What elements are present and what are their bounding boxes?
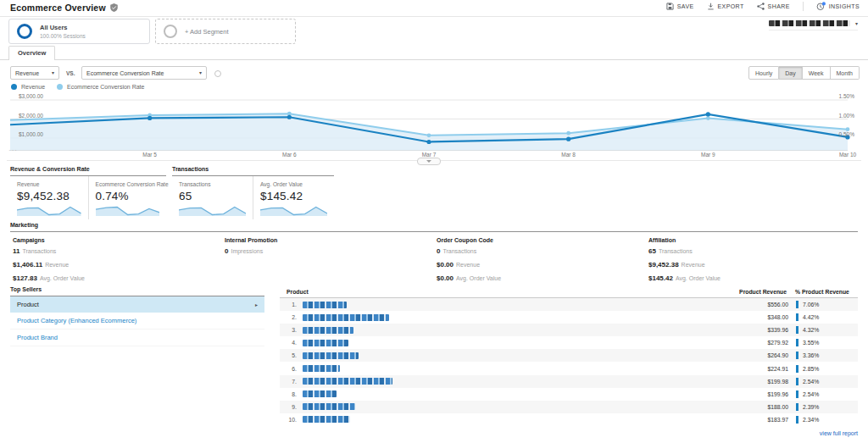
table-row[interactable]: 10. $183.97 2.34% (280, 413, 858, 426)
scorecard-transactions[interactable]: Transactions 65 (172, 176, 253, 219)
marketing-column-title: Order Coupon Code (437, 237, 646, 243)
add-segment-ring-icon (164, 25, 177, 38)
product-pct: 3.36% (803, 352, 851, 358)
granularity-month-button[interactable]: Month (831, 66, 860, 80)
top-sellers-panel: Top Sellers Product ▸ Product Category (… (10, 286, 264, 346)
row-rank: 6. (287, 366, 297, 372)
top-sellers-item-label: Product (17, 301, 39, 308)
segment-all-users[interactable]: All Users 100.00% Sessions (8, 19, 150, 44)
metric-line: $9,452.38Revenue (648, 261, 858, 269)
product-name-redacted[interactable] (303, 340, 348, 346)
table-row[interactable]: 3. $339.96 4.32% (280, 324, 858, 336)
chart-legend: Revenue Ecommerce Conversion Rate (11, 84, 144, 90)
metric-value: 11 (13, 247, 19, 255)
marketing-column-internal-promotion: Internal Promotion 0Impressions (222, 237, 434, 288)
product-name-redacted[interactable] (303, 352, 359, 359)
product-pct: 7.06% (803, 302, 851, 307)
table-row[interactable]: 4. $279.92 3.55% (280, 336, 858, 349)
product-pct: 2.34% (803, 417, 851, 423)
annotations-handle[interactable]: ··· (8, 147, 18, 154)
metric-value: $9,452.38 (648, 261, 679, 269)
column-header-product[interactable]: Product (287, 289, 739, 295)
metric-value: $0.00 (437, 261, 453, 269)
legend-item-revenue: Revenue (11, 84, 45, 90)
metric-label: Avg. Order Value (40, 275, 85, 281)
date-range-redacted-text (769, 20, 850, 26)
pct-bar (796, 365, 798, 373)
scrubber-caret-icon (426, 160, 431, 163)
metric-label: Transactions (22, 248, 56, 254)
export-button[interactable]: EXPORT (707, 3, 744, 10)
save-button[interactable]: SAVE (666, 3, 694, 10)
top-actions: SAVE EXPORT SHARE (666, 2, 860, 11)
pct-bar (796, 378, 798, 385)
product-name-redacted[interactable] (303, 365, 340, 372)
metric-options-icon[interactable] (214, 70, 221, 77)
top-sellers-item-product[interactable]: Product ▸ (10, 296, 264, 313)
product-name-redacted[interactable] (303, 314, 389, 321)
scorecard-group-title: Transactions (172, 166, 334, 176)
insights-button[interactable]: INSIGHTS (816, 2, 860, 11)
product-name-redacted[interactable] (303, 403, 355, 410)
view-full-report-link[interactable]: view full report (280, 430, 858, 436)
granularity-week-button[interactable]: Week (803, 66, 831, 80)
table-row[interactable]: 7. $199.98 2.54% (280, 375, 858, 388)
product-pct: 2.54% (803, 379, 851, 385)
scorecard-revenue[interactable]: Revenue $9,452.38 (10, 176, 88, 219)
marketing-column-campaigns: Campaigns 11Transactions $1,406.11Revenu… (10, 237, 222, 288)
product-name-redacted[interactable] (303, 416, 350, 423)
primary-metric-select[interactable]: Revenue ▾ (10, 66, 59, 80)
metric-value: 65 (648, 247, 656, 255)
table-row[interactable]: 5. $264.90 3.36% (280, 349, 858, 362)
left-axis-tick: $2,000.00 (19, 113, 43, 119)
top-sellers-item-product-category[interactable]: Product Category (Enhanced Ecommerce) (10, 313, 264, 329)
sparkline-chart (179, 205, 246, 216)
table-row[interactable]: 8. $199.96 2.54% (280, 388, 858, 401)
product-name-redacted[interactable] (303, 378, 392, 385)
add-segment-button[interactable]: + Add Segment (155, 19, 296, 44)
product-pct: 2.85% (803, 366, 851, 372)
scorecard-conversion-rate[interactable]: Ecommerce Conversion Rate 0.74% (88, 176, 167, 219)
chevron-down-icon: ▾ (199, 70, 202, 75)
pct-bar (796, 301, 798, 308)
insights-icon (816, 2, 826, 11)
table-row[interactable]: 6. $224.91 2.85% (280, 362, 858, 374)
share-button[interactable]: SHARE (757, 3, 790, 10)
scorecard-label: Transactions (179, 181, 246, 187)
metric-value: $1,406.11 (13, 261, 42, 269)
metric-line: 0Impressions (225, 247, 434, 255)
share-icon (757, 3, 765, 10)
table-row[interactable]: 9. $188.00 2.39% (280, 401, 858, 413)
top-sellers-title: Top Sellers (10, 286, 264, 296)
legend-item-conversion-rate: Ecommerce Conversion Rate (57, 84, 144, 90)
table-row[interactable]: 2. $348.00 4.42% (280, 311, 858, 324)
product-name-redacted[interactable] (303, 302, 347, 308)
table-header-row: Product Product Revenue % Product Revenu… (280, 286, 858, 298)
marketing-column-affiliation: Affiliation 65Transactions $9,452.38Reve… (646, 237, 858, 288)
tab-overview[interactable]: Overview (8, 46, 55, 60)
table-row[interactable]: 1. $556.00 7.06% (280, 298, 858, 311)
metric-line: $127.83Avg. Order Value (13, 274, 222, 282)
right-axis-tick: 0.50% (839, 131, 854, 137)
sparkline-chart (17, 205, 81, 216)
x-axis-label: Mar 7 (422, 152, 437, 158)
granularity-day-button[interactable]: Day (779, 66, 802, 80)
timeseries-chart[interactable] (0, 93, 868, 161)
date-range-selector[interactable]: ▾ (769, 20, 858, 30)
granularity-hourly-button[interactable]: Hourly (748, 66, 779, 80)
row-rank: 9. (287, 404, 297, 410)
x-axis-label: Mar 5 (142, 152, 157, 158)
product-pct: 2.39% (803, 404, 851, 410)
metric-line: $0.00Revenue (437, 261, 646, 269)
timeline-scrubber-handle[interactable] (417, 158, 441, 165)
scorecard-avg-order-value[interactable]: Avg. Order Value $145.42 (253, 176, 334, 219)
product-name-redacted[interactable] (303, 327, 353, 334)
pct-bar (796, 339, 798, 346)
column-header-pct-product-revenue[interactable]: % Product Revenue (795, 289, 851, 295)
secondary-metric-select[interactable]: Ecommerce Conversion Rate ▾ (81, 66, 207, 80)
column-header-product-revenue[interactable]: Product Revenue (739, 289, 787, 295)
product-name-redacted[interactable] (303, 390, 337, 397)
top-sellers-item-product-brand[interactable]: Product Brand (10, 329, 264, 346)
arrow-right-icon: ▸ (255, 302, 258, 307)
metric-value: $145.42 (648, 274, 673, 282)
